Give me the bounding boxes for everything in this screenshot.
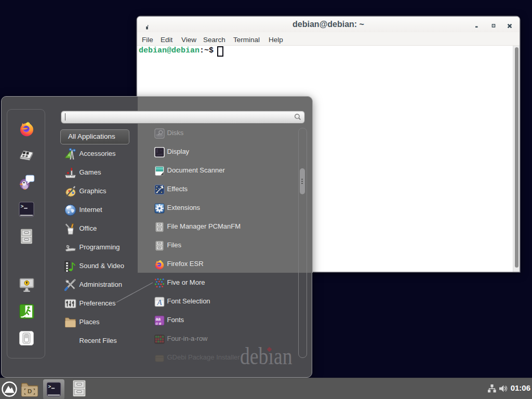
svg-text:a: a <box>156 321 158 326</box>
svg-text:D: D <box>28 388 32 394</box>
svg-text:>: > <box>48 384 51 390</box>
svg-text:>: > <box>21 204 24 209</box>
svg-text:A: A <box>157 298 163 307</box>
